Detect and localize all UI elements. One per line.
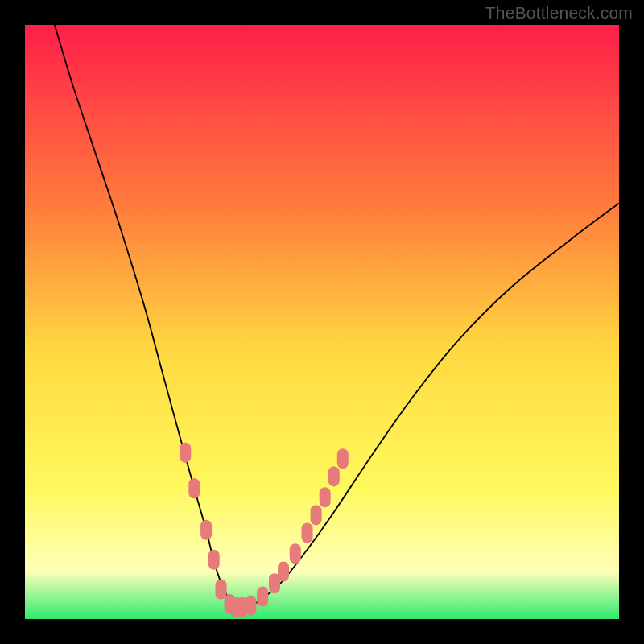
curve-marker (278, 561, 289, 581)
outer-frame: TheBottleneck.com (0, 0, 644, 644)
curve-marker (180, 443, 191, 463)
curve-marker (320, 487, 331, 507)
curve-marker (208, 550, 220, 570)
curve-layer (25, 25, 619, 619)
curve-marker (245, 595, 256, 615)
watermark-text: TheBottleneck.com (485, 3, 633, 23)
curve-marker (302, 522, 313, 543)
plot-area (25, 25, 619, 619)
curve-marker (290, 543, 301, 564)
curve-marker (200, 520, 212, 540)
curve-marker (311, 505, 322, 525)
curve-markers (180, 443, 349, 617)
curve-marker (257, 586, 268, 606)
curve-marker (328, 466, 340, 486)
curve-marker (188, 478, 200, 498)
curve-marker (337, 448, 349, 469)
curve-marker (216, 580, 227, 600)
bottleneck-curve (55, 25, 619, 607)
